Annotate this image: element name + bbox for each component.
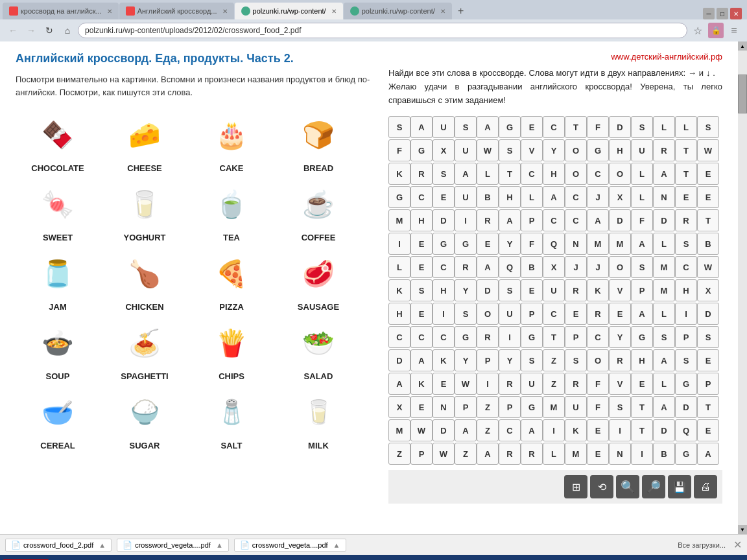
tab-4[interactable]: polzunki.ru/wp-content/ ✕ [344,3,452,19]
extension-btn[interactable]: 🔒 [708,23,724,38]
grid-cell-0-3: S [455,116,477,138]
grid-cell-6-9: J [587,256,609,278]
grid-cell-2-10: O [609,163,631,185]
grid-cell-0-9: F [587,116,609,138]
download-item-3[interactable]: 📄 crossword_vegeta....pdf ▲ [234,539,346,552]
grid-cell-5-4: E [477,233,499,255]
maximize-btn[interactable]: □ [717,8,728,19]
scrollbar[interactable]: ▲ ▼ [738,41,747,534]
download-1-label: crossword_food_2.pdf [23,541,93,549]
cake-label: CAKE [220,163,244,173]
grid-cell-2-11: L [631,163,653,185]
grid-cell-3-10: X [609,186,631,208]
grid-cell-3-5: H [499,186,521,208]
grid-cell-7-5: S [499,279,521,301]
food-cheese: 🧀 CHEESE [102,109,187,173]
back-button[interactable]: ← [5,23,21,38]
site-link[interactable]: www.детский-английский.рф [611,52,722,62]
grid-cell-11-1: K [410,373,433,395]
grid-cell-12-2: N [433,396,455,418]
grid-cell-11-11: E [631,373,653,395]
food-cake: 🎂 CAKE [189,109,274,173]
new-tab-button[interactable]: + [453,3,469,19]
grid-cell-14-6: R [521,443,543,465]
milk-label: MILK [308,441,329,450]
grid-cell-6-0: L [388,256,410,278]
grid-cell-8-14: D [697,303,719,325]
grid-cell-9-13: P [675,326,697,348]
tab-3[interactable]: polzunki.ru/wp-content/ ✕ [235,3,343,19]
grid-cell-9-14: S [697,326,719,348]
grid-cell-5-12: L [653,233,675,255]
close-btn[interactable]: ✕ [730,8,742,19]
bookmark-button[interactable]: ☆ [690,23,706,38]
yoghurt-image: 🥛 [109,178,180,230]
download-item-2[interactable]: 📄 crossword_vegeta....pdf ▲ [117,539,229,552]
tab-1-favicon [9,6,18,16]
grid-cell-5-1: E [410,233,433,255]
home-button[interactable]: ⌂ [60,23,75,38]
tab-2-close[interactable]: ✕ [222,8,228,15]
spaghetti-label: SPAGHETTI [121,371,168,381]
grid-cell-3-3: U [455,186,477,208]
chicken-image: 🍗 [109,248,180,299]
download-1-close[interactable]: ▲ [99,541,106,549]
food-salt: 🧂 SALT [189,386,274,450]
grid-cell-6-10: O [609,256,631,278]
grid-cell-7-11: P [631,279,653,301]
download-item-1[interactable]: 📄 crossword_food_2.pdf ▲ [5,539,112,552]
instruction-text: Найди все эти слова в кроссворде. Слова … [388,67,722,107]
food-chocolate: 🍫 CHOCOLATE [16,109,100,173]
address-bar[interactable] [78,23,687,38]
scroll-thumb[interactable] [738,75,747,113]
browser-window: кроссворд на английск... ✕ Английский кр… [0,0,747,534]
minimize-btn[interactable]: ─ [703,8,715,19]
tab-1[interactable]: кроссворд на английск... ✕ [3,3,119,19]
menu-button[interactable]: ≡ [726,23,742,38]
grid-cell-4-1: H [410,209,433,231]
pdf-zoom-in-btn[interactable]: 🔎 [642,475,665,498]
download-3-close[interactable]: ▲ [333,541,340,549]
grid-cell-10-1: A [410,349,433,371]
pdf-print-btn[interactable]: 🖨 [694,475,717,498]
grid-cell-3-13: E [675,186,697,208]
scroll-up[interactable]: ▲ [738,41,747,51]
scroll-down[interactable]: ▼ [738,525,747,534]
pdf-fit-btn[interactable]: ⊞ [564,475,587,498]
tab-1-label: кроссворд на английск... [21,7,102,15]
grid-cell-3-4: B [477,186,499,208]
grid-cell-12-11: T [631,396,653,418]
grid-cell-1-12: R [653,139,675,161]
grid-cell-6-6: B [521,256,543,278]
download-2-close[interactable]: ▲ [216,541,223,549]
left-panel: Английский кроссворд. Еда, продукты. Час… [16,52,375,524]
grid-cell-13-3: A [455,419,477,441]
all-downloads-link[interactable]: Все загрузки... [678,541,726,549]
grid-cell-11-8: R [565,373,587,395]
close-downloads-bar[interactable]: ✕ [733,539,742,551]
chocolate-label: CHOCOLATE [31,163,84,173]
grid-cell-5-14: B [697,233,719,255]
tab-4-close[interactable]: ✕ [440,8,445,15]
grid-cell-14-13: G [675,443,697,465]
tab-1-close[interactable]: ✕ [107,8,112,15]
grid-cell-2-4: L [477,163,499,185]
address-input[interactable] [85,26,680,35]
grid-cell-13-11: T [631,419,653,441]
tab-2[interactable]: Английский кроссворд... ✕ [119,3,234,19]
grid-cell-13-14: E [697,419,719,441]
reload-button[interactable]: ↻ [42,23,57,38]
pdf-zoom-out-btn[interactable]: 🔍 [616,475,639,498]
spaghetti-image: 🍝 [109,317,180,369]
tab-3-close[interactable]: ✕ [331,8,337,15]
grid-cell-11-7: Z [543,373,565,395]
grid-cell-14-2: W [433,443,455,465]
grid-cell-1-11: U [631,139,653,161]
forward-button[interactable]: → [23,23,39,38]
pdf-rotate-btn[interactable]: ⟲ [590,475,613,498]
pdf-save-btn[interactable]: 💾 [668,475,691,498]
grid-cell-1-5: S [499,139,521,161]
page-subtitle: Посмотри внимательно на картинки. Вспомн… [16,73,375,99]
pizza-image: 🍕 [196,248,267,299]
yoghurt-label: YOGHURT [124,233,166,242]
